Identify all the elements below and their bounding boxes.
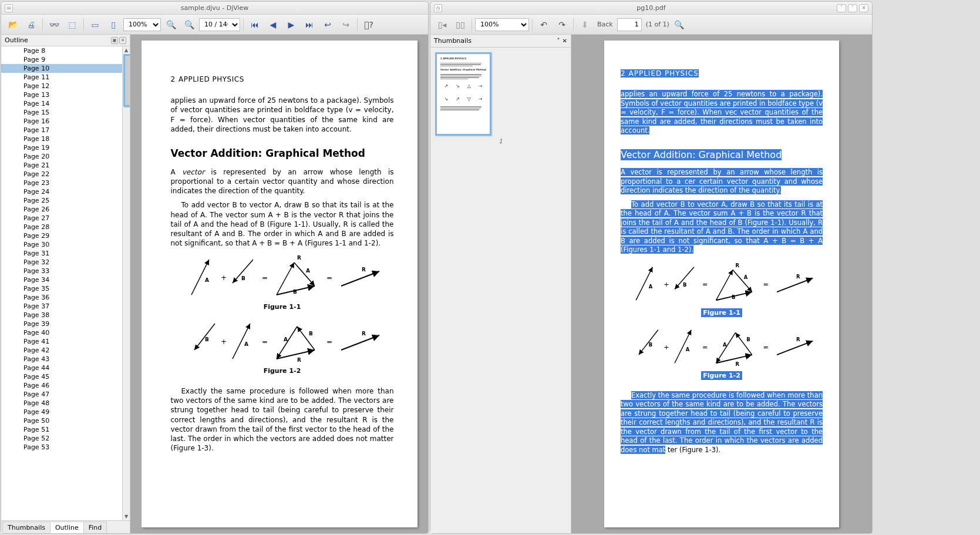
djview-document-area[interactable]: 2 APPLIED PHYSICS applies an upward forc… xyxy=(130,35,428,533)
outline-scrollbar[interactable]: ▲ ▼ xyxy=(122,46,130,520)
outline-item[interactable]: Page 38 xyxy=(1,311,122,319)
open-icon[interactable]: 📂 xyxy=(5,17,21,32)
pdf-document-area[interactable]: 2 APPLIED PHYSICS applies an upward forc… xyxy=(571,35,872,533)
outline-item[interactable]: Page 42 xyxy=(1,346,122,355)
svg-text:R: R xyxy=(297,255,301,261)
back-button[interactable]: Back xyxy=(595,21,615,28)
outline-item[interactable]: Page 18 xyxy=(1,134,122,143)
outline-item[interactable]: Page 22 xyxy=(1,170,122,179)
outline-item[interactable]: Page 30 xyxy=(1,240,122,249)
zoom-out-icon[interactable]: 🔍 xyxy=(181,17,197,32)
find-icon[interactable]: 👓 xyxy=(46,17,62,32)
collapse-icon[interactable]: ˅ xyxy=(557,38,560,44)
last-page-icon[interactable]: ⏭ xyxy=(301,17,318,32)
outline-item[interactable]: Page 50 xyxy=(1,416,122,425)
nav-back-icon[interactable]: ↩ xyxy=(319,17,336,32)
scroll-down-icon[interactable]: ▼ xyxy=(123,513,130,520)
page-input[interactable] xyxy=(617,18,642,31)
outline-item[interactable]: Page 14 xyxy=(1,99,122,108)
zoom-in-icon[interactable]: 🔍 xyxy=(163,17,179,32)
page-select[interactable]: 10 / 146 xyxy=(199,18,240,31)
outline-item[interactable]: Page 48 xyxy=(1,399,122,408)
outline-item[interactable]: Page 10 xyxy=(1,64,122,73)
outline-item[interactable]: Page 17 xyxy=(1,126,122,134)
first-page-icon[interactable]: ⏮ xyxy=(247,17,263,32)
outline-item[interactable]: Page 39 xyxy=(1,319,122,328)
outline-item[interactable]: Page 32 xyxy=(1,258,122,267)
svg-text:A: A xyxy=(686,346,690,352)
outline-item[interactable]: Page 25 xyxy=(1,196,122,205)
outline-item[interactable]: Page 34 xyxy=(1,275,122,284)
outline-item[interactable]: Page 27 xyxy=(1,214,122,223)
print-icon[interactable]: 🖨 xyxy=(23,17,39,32)
tab-find[interactable]: Find xyxy=(83,521,107,533)
nav-forward-icon[interactable]: ↪ xyxy=(338,17,354,32)
outline-item[interactable]: Page 13 xyxy=(1,90,122,99)
outline-item[interactable]: Page 21 xyxy=(1,161,122,170)
outline-item[interactable]: Page 37 xyxy=(1,302,122,311)
outline-item[interactable]: Page 29 xyxy=(1,231,122,240)
thumbnail-page-1[interactable]: 2 APPLIED PHYSICS Vector Addition: Graph… xyxy=(435,52,491,136)
next-page-icon[interactable]: ▶ xyxy=(283,17,299,32)
fit-page-icon[interactable]: ▯ xyxy=(105,17,122,32)
section-heading: Vector Addition: Graphical Method xyxy=(171,147,394,160)
svg-line-23 xyxy=(277,327,297,359)
outline-item[interactable]: Page 8 xyxy=(1,46,122,55)
outline-item[interactable]: Page 51 xyxy=(1,425,122,434)
prev-page-icon[interactable]: ▯◂ xyxy=(434,17,450,32)
outline-item[interactable]: Page 31 xyxy=(1,249,122,258)
close-panel-icon[interactable]: ✕ xyxy=(119,37,126,44)
back-arrow-icon[interactable]: ⬇ xyxy=(577,17,593,32)
tab-thumbnails[interactable]: Thumbnails xyxy=(2,521,50,533)
section-header: 2 APPLIED PHYSICS xyxy=(621,69,823,78)
outline-item[interactable]: Page 53 xyxy=(1,443,122,452)
outline-item[interactable]: Page 11 xyxy=(1,73,122,82)
outline-item[interactable]: Page 40 xyxy=(1,328,122,337)
outline-item[interactable]: Page 9 xyxy=(1,55,122,64)
close-icon[interactable]: ✕ xyxy=(859,4,868,12)
outline-item[interactable]: Page 35 xyxy=(1,284,122,293)
outline-item[interactable]: Page 33 xyxy=(1,267,122,275)
outline-item[interactable]: Page 20 xyxy=(1,152,122,161)
select-icon[interactable]: ⬚ xyxy=(64,17,80,32)
outline-item[interactable]: Page 41 xyxy=(1,337,122,346)
para-addition: To add vector B to vector A, draw B so t… xyxy=(171,200,394,248)
outline-item[interactable]: Page 46 xyxy=(1,381,122,390)
scroll-up-icon[interactable]: ▲ xyxy=(123,46,130,54)
search-icon[interactable]: 🔍 xyxy=(673,19,685,31)
close-panel-icon[interactable]: ✕ xyxy=(563,38,567,44)
zoom-select[interactable]: 100% xyxy=(123,18,161,31)
outline-item[interactable]: Page 47 xyxy=(1,390,122,399)
zoom-select[interactable]: 100% xyxy=(475,18,529,31)
outline-item[interactable]: Page 23 xyxy=(1,179,122,187)
undock-icon[interactable]: ▣ xyxy=(111,37,118,44)
outline-item[interactable]: Page 49 xyxy=(1,408,122,416)
svg-text:+: + xyxy=(221,274,227,282)
minimize-icon[interactable]: ˅ xyxy=(837,4,846,12)
outline-item[interactable]: Page 52 xyxy=(1,434,122,443)
svg-line-6 xyxy=(277,263,294,295)
outline-item[interactable]: Page 36 xyxy=(1,293,122,302)
tab-outline[interactable]: Outline xyxy=(50,521,84,533)
maximize-icon[interactable]: ˄ xyxy=(848,4,857,12)
whats-this-icon[interactable]: 𖤚? xyxy=(361,17,377,32)
rotate-right-icon[interactable]: ↷ xyxy=(554,17,570,32)
svg-line-53 xyxy=(716,332,736,363)
outline-item[interactable]: Page 26 xyxy=(1,205,122,214)
pdf-window: ◷ pg10.pdf ˅ ˄ ✕ ▯◂ ▯▯ 100% ↶ ↷ ⬇ Back (… xyxy=(430,1,873,534)
outline-panel: Outline ▣ ✕ Page 8Page 9Page 10Page 11Pa… xyxy=(1,35,130,533)
scroll-thumb[interactable] xyxy=(123,54,130,107)
prev-page-icon[interactable]: ◀ xyxy=(265,17,281,32)
outline-item[interactable]: Page 28 xyxy=(1,223,122,231)
outline-item[interactable]: Page 16 xyxy=(1,117,122,126)
fit-width-icon[interactable]: ▭ xyxy=(87,17,103,32)
outline-item[interactable]: Page 45 xyxy=(1,372,122,381)
next-page-icon[interactable]: ▯▯ xyxy=(452,17,469,32)
rotate-left-icon[interactable]: ↶ xyxy=(536,17,552,32)
outline-item[interactable]: Page 43 xyxy=(1,355,122,364)
outline-item[interactable]: Page 12 xyxy=(1,82,122,90)
outline-item[interactable]: Page 44 xyxy=(1,364,122,372)
outline-item[interactable]: Page 24 xyxy=(1,187,122,196)
outline-item[interactable]: Page 15 xyxy=(1,108,122,117)
outline-item[interactable]: Page 19 xyxy=(1,143,122,152)
